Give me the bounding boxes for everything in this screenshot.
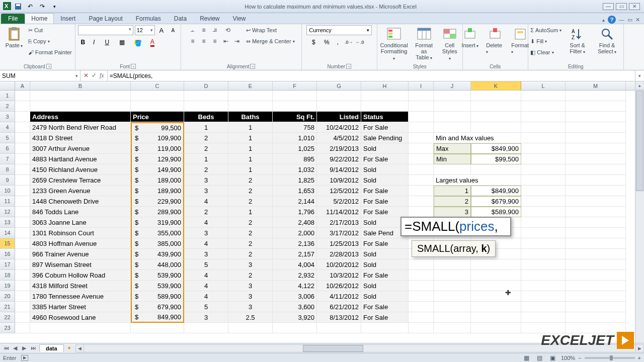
workbook-restore-icon[interactable]: ▭ <box>627 17 632 23</box>
row-header-18[interactable]: 18 <box>0 270 15 281</box>
column-header-J[interactable]: J <box>434 81 471 90</box>
format-as-table-button[interactable]: Format as Table <box>412 25 435 62</box>
fx-button[interactable]: fx <box>100 72 104 79</box>
column-header-K[interactable]: K <box>471 81 521 90</box>
row-header-23[interactable]: 23 <box>0 323 15 333</box>
delete-cells-button[interactable]: Delete <box>484 25 506 55</box>
row-header-16[interactable]: 16 <box>0 249 15 259</box>
comma-button[interactable]: , <box>333 37 343 47</box>
decrease-decimal-button[interactable]: ←.0 <box>355 37 365 47</box>
workbook-close-icon[interactable]: ✕ <box>635 17 640 23</box>
row-header-14[interactable]: 14 <box>0 228 15 238</box>
sheet-nav-last-button[interactable]: ⏭ <box>29 345 37 351</box>
sort-filter-button[interactable]: AZSort & Filter <box>565 25 590 56</box>
number-format-select[interactable]: Currency▾ <box>306 25 372 35</box>
fill-color-button[interactable]: 🪣 <box>130 37 144 47</box>
sheet-nav-first-button[interactable]: ⏮ <box>2 345 10 351</box>
zoom-in-button[interactable]: + <box>638 355 641 361</box>
largest-title[interactable]: Largest values <box>434 175 521 186</box>
help-icon[interactable]: ? <box>608 16 616 24</box>
workbook-minimize-icon[interactable]: — <box>619 17 624 23</box>
row-header-17[interactable]: 17 <box>0 259 15 270</box>
number-dialog-icon[interactable]: ↘ <box>346 64 351 69</box>
vertical-scrollbar[interactable]: ▴ <box>635 81 644 343</box>
column-header-A[interactable]: A <box>15 81 30 90</box>
conditional-formatting-button[interactable]: Conditional Formatting <box>379 25 410 62</box>
page-layout-view-button[interactable]: ▤ <box>535 353 545 363</box>
align-middle-button[interactable]: ≡ <box>199 25 209 35</box>
minimize-button[interactable]: — <box>603 3 614 10</box>
formula-bar-input[interactable]: =SMALL(prices, <box>108 70 635 81</box>
border-button[interactable]: ▦ <box>115 37 129 47</box>
merge-center-button[interactable]: ⇔Merge & Center▾ <box>246 36 295 46</box>
restore-button[interactable]: ▭ <box>616 3 627 10</box>
align-center-button[interactable]: ≡ <box>199 36 209 46</box>
clipboard-dialog-icon[interactable]: ↘ <box>46 64 51 69</box>
row-header-9[interactable]: 9 <box>0 175 15 186</box>
column-header-L[interactable]: L <box>521 81 566 90</box>
insert-tab[interactable]: Insert <box>54 13 82 24</box>
row-header-13[interactable]: 13 <box>0 217 15 228</box>
underline-button[interactable]: U <box>100 37 114 47</box>
currency-button[interactable]: $ <box>306 37 320 47</box>
row-header-2[interactable]: 2 <box>0 101 15 112</box>
qat-customize-icon[interactable]: ▾ <box>49 2 59 12</box>
increase-indent-button[interactable]: ⇥ <box>232 36 242 46</box>
column-header-E[interactable]: E <box>228 81 273 90</box>
wrap-text-button[interactable]: ↩Wrap Text <box>246 25 295 35</box>
pagelayout-tab[interactable]: Page Layout <box>82 13 129 24</box>
shrink-font-button[interactable]: A <box>168 25 178 35</box>
cancel-formula-button[interactable]: ✕ <box>84 72 89 79</box>
row-header-12[interactable]: 12 <box>0 207 15 217</box>
cell-edit-overlay[interactable]: =SMALL(prices, <box>400 217 511 236</box>
cell-styles-button[interactable]: Cell Styles <box>439 25 461 62</box>
minmax-title[interactable]: Min and Max values <box>434 133 521 143</box>
align-top-button[interactable]: ⫠ <box>188 25 198 35</box>
row-header-4[interactable]: 4 <box>0 122 15 133</box>
zoom-slider[interactable] <box>585 357 635 359</box>
row-header-6[interactable]: 6 <box>0 143 15 154</box>
column-header-D[interactable]: D <box>184 81 228 90</box>
font-family-select[interactable] <box>78 25 133 35</box>
column-header-F[interactable]: F <box>273 81 317 90</box>
name-box[interactable]: SUM▾ <box>0 70 80 81</box>
column-header-M[interactable]: M <box>566 81 626 90</box>
column-header-G[interactable]: G <box>317 81 361 90</box>
italic-button[interactable]: I <box>89 37 99 47</box>
home-tab[interactable]: Home <box>25 13 54 24</box>
clear-button[interactable]: ◧Clear▾ <box>530 47 561 57</box>
row-header-3[interactable]: 3 <box>0 112 15 122</box>
sheet-nav-prev-button[interactable]: ◀ <box>11 345 19 351</box>
new-sheet-button[interactable]: ✦ <box>67 345 71 351</box>
page-break-view-button[interactable]: ▣ <box>548 353 558 363</box>
view-tab[interactable]: View <box>226 13 253 24</box>
cut-button[interactable]: ✂Cut <box>28 25 72 35</box>
fill-button[interactable]: ⬇Fill▾ <box>530 36 561 46</box>
save-icon[interactable] <box>13 2 23 12</box>
row-header-21[interactable]: 21 <box>0 302 15 312</box>
row-header-15[interactable]: 15 <box>0 238 15 249</box>
font-dialog-icon[interactable]: ↘ <box>131 64 136 69</box>
column-header-C[interactable]: C <box>131 81 184 90</box>
macro-record-icon[interactable]: ▶ <box>21 355 28 361</box>
undo-icon[interactable]: ↶ <box>25 2 35 12</box>
format-painter-button[interactable]: 🖌Format Painter <box>28 47 72 57</box>
column-header-I[interactable]: I <box>409 81 434 90</box>
find-select-button[interactable]: Find & Select <box>593 25 621 56</box>
row-header-22[interactable]: 22 <box>0 312 15 323</box>
row-header-19[interactable]: 19 <box>0 281 15 291</box>
alignment-dialog-icon[interactable]: ↘ <box>250 64 255 69</box>
zoom-level[interactable]: 100% <box>561 355 575 361</box>
data-tab[interactable]: Data <box>168 13 193 24</box>
paste-button[interactable]: Paste <box>3 25 25 49</box>
autosum-button[interactable]: ΣAutoSum▾ <box>530 25 561 35</box>
minimize-ribbon-icon[interactable]: ▴ <box>602 17 605 23</box>
align-bottom-button[interactable]: ⫡ <box>210 25 220 35</box>
bold-button[interactable]: B <box>78 37 88 47</box>
decrease-indent-button[interactable]: ⇤ <box>221 36 231 46</box>
grow-font-button[interactable]: A <box>156 25 167 35</box>
row-header-5[interactable]: 5 <box>0 133 15 143</box>
row-header-20[interactable]: 20 <box>0 291 15 302</box>
row-header-11[interactable]: 11 <box>0 196 15 207</box>
normal-view-button[interactable]: ▦ <box>522 353 532 363</box>
